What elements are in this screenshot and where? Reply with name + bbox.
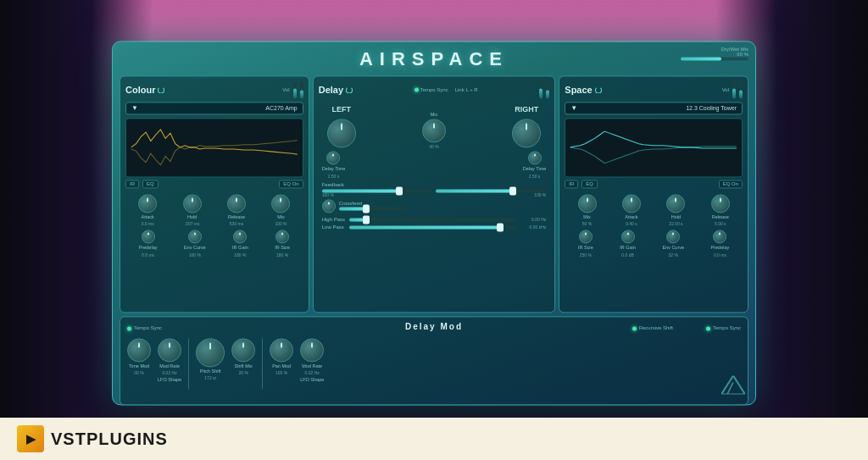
colour-hold-knob[interactable]: [183, 194, 202, 213]
pitch-shift-knob[interactable]: [196, 338, 225, 367]
colour-env-curve-knob[interactable]: [188, 230, 202, 243]
colour-controls-right: Vol: [282, 81, 303, 98]
shift-mix-group: Shift Mix 20 %: [231, 338, 255, 376]
delay-mod-tempo-label-left: Tempo Sync: [134, 325, 162, 330]
plugin-header: AIRSPACE Dry/Wet Mix 60 %: [120, 48, 748, 70]
time-mod-group: Time Mod 00 %: [127, 338, 151, 376]
space-section-title: Space: [565, 85, 601, 95]
space-ir-gain-group: IR Gain 0.0 dB: [620, 230, 636, 258]
space-predelay-knob[interactable]: [713, 230, 726, 243]
delay-pan-slider[interactable]: [546, 81, 549, 98]
colour-mix-knob[interactable]: [271, 194, 290, 213]
time-mod-knob[interactable]: [127, 338, 151, 362]
knob-dot: [194, 232, 196, 235]
space-vol-slider[interactable]: [732, 81, 736, 98]
colour-release-knob[interactable]: [227, 194, 246, 213]
shift-mix-knob[interactable]: [231, 338, 255, 362]
delay-vol-slider[interactable]: [539, 81, 542, 98]
space-section: Space Vol ▼ 12.3 Cooling Tower: [559, 75, 748, 313]
delay-time-left-group: Delay Time 2.50 s: [322, 151, 346, 179]
space-preset-dropdown[interactable]: ▼ 12.3 Cooling Tower: [565, 102, 743, 114]
space-ir-gain-knob[interactable]: [621, 230, 635, 243]
space-ir-size-knob[interactable]: [579, 230, 593, 243]
knob-dot: [341, 123, 342, 130]
space-hold-knob[interactable]: [666, 194, 685, 213]
crossfeed-knob[interactable]: [322, 199, 336, 213]
knob-dot: [169, 342, 170, 347]
knob-dot: [672, 232, 674, 235]
knob-dot: [209, 342, 211, 349]
knob-dot: [585, 232, 587, 235]
mod-rate-left-knob[interactable]: [158, 338, 181, 362]
mod-rate-right-group: Mod Rate 0.02 Hz LFO Shape: [300, 338, 324, 383]
colour-eq-btn[interactable]: EQ: [142, 180, 159, 188]
colour-vol-slider[interactable]: [293, 81, 297, 98]
space-pan-slider[interactable]: [739, 81, 743, 98]
delay-feedback-right-slider[interactable]: [436, 189, 546, 192]
colour-release-group: Release 530 ms: [227, 194, 246, 227]
plugin-logo-mark: [721, 375, 745, 397]
delay-mod-section: Tempo Sync Delay Mod Recursive Shift Tem…: [120, 316, 748, 405]
delay-right-knob[interactable]: [512, 119, 541, 147]
delay-mod-tempo-led-right: [706, 326, 710, 330]
delay-feedback-left-slider[interactable]: [322, 189, 432, 192]
space-knobs-top: Mix 50 % Attack 0.40 s Hold 22.00 s: [565, 194, 743, 227]
crossfeed-slider[interactable]: [339, 208, 407, 211]
space-attack-knob[interactable]: [622, 194, 641, 213]
delay-highpass-item: High Pass 0.00 Hz: [322, 217, 547, 222]
vst-icon: ▶: [17, 425, 44, 452]
space-vol-label: Vol: [722, 87, 729, 92]
colour-section: Colour Vol ▼ AC270 Amp: [120, 75, 309, 313]
colour-dropdown-arrow: ▼: [131, 104, 138, 112]
delay-time-right-knob[interactable]: [528, 151, 542, 164]
space-knobs-bottom: IR Size 250 % IR Gain 0.0 dB Env Curve 3…: [565, 230, 743, 258]
delay-power-icon[interactable]: [346, 86, 353, 93]
colour-predelay-knob[interactable]: [142, 230, 155, 243]
colour-ir-gain-knob[interactable]: [233, 230, 247, 243]
space-controls-right: Vol: [722, 81, 743, 98]
knob-dot: [719, 232, 721, 235]
delay-mod-title: Delay Mod: [405, 322, 463, 331]
colour-ir-size-knob[interactable]: [275, 230, 289, 243]
colour-pan-slider[interactable]: [300, 81, 303, 98]
space-mix-knob[interactable]: [578, 194, 597, 213]
colour-ir-gain-group: IR Gain 180 %: [232, 230, 248, 258]
space-release-knob[interactable]: [711, 194, 730, 213]
space-waveform: [565, 118, 743, 177]
delay-mod-divider-right: [262, 338, 263, 389]
delay-tempo-sync[interactable]: Tempo Sync: [415, 87, 448, 92]
delay-highpass-slider[interactable]: [349, 218, 518, 221]
colour-attack-knob[interactable]: [138, 194, 157, 213]
colour-knobs-bottom: Predelay 0.0 ms Env Curve 100 % IR Gain …: [125, 230, 303, 258]
space-ir-btn[interactable]: IR: [565, 180, 578, 188]
delay-section-title: Delay: [319, 85, 353, 95]
space-env-curve-knob[interactable]: [666, 230, 680, 243]
knob-dot: [281, 232, 283, 235]
space-eq-btn[interactable]: EQ: [581, 180, 598, 188]
mod-rate-right-knob[interactable]: [300, 338, 324, 362]
colour-preset-dropdown[interactable]: ▼ AC270 Amp: [125, 102, 303, 114]
space-eq-on-btn[interactable]: EQ On: [719, 180, 743, 188]
pan-mod-knob[interactable]: [270, 338, 293, 362]
delay-mod-divider-left: [188, 338, 189, 389]
delay-filter-row: High Pass 0.00 Hz Low Pass 0.0: [322, 217, 547, 230]
delay-mix-knob[interactable]: [422, 119, 446, 142]
knob-dot: [720, 197, 721, 202]
colour-eq-on-btn[interactable]: EQ On: [279, 180, 303, 188]
knob-dot: [311, 342, 313, 347]
delay-left-knob[interactable]: [327, 119, 356, 147]
delay-time-left-knob[interactable]: [326, 151, 340, 164]
colour-ir-btn[interactable]: IR: [125, 180, 139, 188]
colour-ir-size-group: IR Size 180 %: [275, 230, 290, 258]
knob-dot: [281, 342, 282, 347]
delay-lowpass-slider[interactable]: [349, 225, 518, 229]
delay-section-header: Delay Tempo Sync Link L + R: [319, 81, 550, 98]
dry-wet-bar[interactable]: [681, 57, 748, 60]
dry-wet-fill: [681, 57, 721, 60]
space-dropdown-arrow: ▼: [570, 104, 577, 112]
colour-power-icon[interactable]: [158, 86, 164, 93]
space-attack-group: Attack 0.40 s: [622, 194, 641, 227]
delay-left-label: LEFT: [331, 105, 351, 114]
colour-hold-group: Hold .007 ms: [183, 194, 202, 227]
space-power-icon[interactable]: [595, 86, 602, 93]
